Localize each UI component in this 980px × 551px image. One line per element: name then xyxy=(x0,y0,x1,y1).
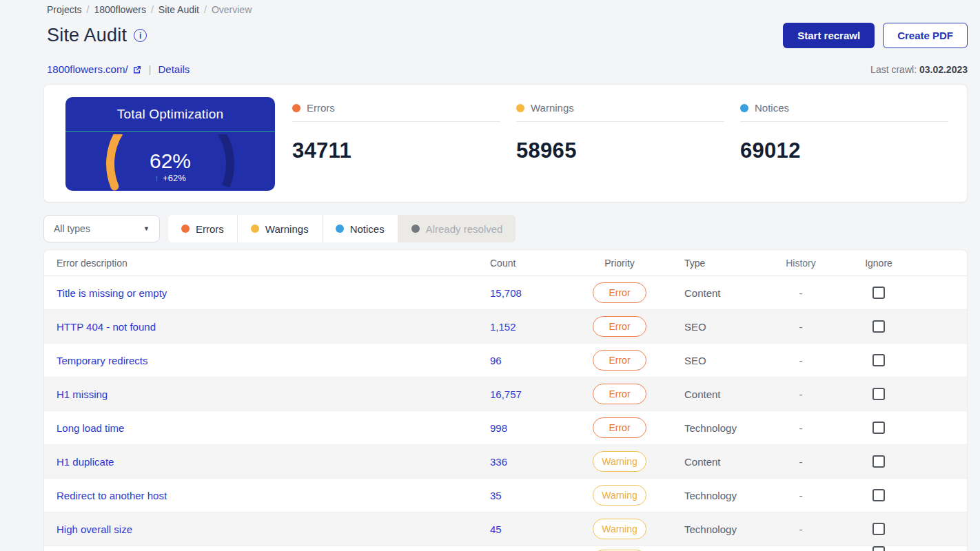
subheader-row: 1800flowers.com/ | Details Last crawl: 0… xyxy=(43,63,968,75)
column-header-priority: Priority xyxy=(564,258,675,269)
total-optimization-gauge: Total Optimization 62% ↑ +62% xyxy=(65,97,275,191)
breadcrumb-item[interactable]: Projects xyxy=(47,4,82,15)
tab-warnings[interactable]: Warnings xyxy=(238,215,323,242)
priority-badge: Error xyxy=(593,384,646,404)
breadcrumb-current: Overview xyxy=(212,4,252,15)
error-description-link[interactable]: Title is missing or empty xyxy=(57,287,167,299)
tab-dot-icon xyxy=(411,225,420,233)
tab-already-resolved[interactable]: Already resolved xyxy=(398,215,516,242)
type-cell: Technology xyxy=(675,490,757,501)
column-header-ignore: Ignore xyxy=(844,258,913,269)
type-cell: Technology xyxy=(675,523,757,535)
table-row: High overall size45WarningTechnology- xyxy=(44,512,967,546)
tab-errors[interactable]: Errors xyxy=(168,215,238,242)
gauge-delta-value: +62% xyxy=(163,173,186,183)
summary-card: Total Optimization 62% ↑ +62% Errors3471… xyxy=(43,84,968,202)
ignore-checkbox[interactable] xyxy=(872,546,885,551)
count-link[interactable]: 998 xyxy=(490,422,507,434)
external-link-icon xyxy=(132,65,142,74)
table-row: Redirect to another host35WarningTechnol… xyxy=(44,479,967,512)
stat-label: Errors xyxy=(307,102,335,114)
caret-down-icon: ▼ xyxy=(143,225,150,232)
filter-row: All types ▼ ErrorsWarningsNoticesAlready… xyxy=(43,215,968,242)
count-link[interactable]: 45 xyxy=(490,523,502,535)
history-cell: - xyxy=(757,287,844,299)
error-description-link[interactable]: High overall size xyxy=(57,523,132,535)
history-cell: - xyxy=(757,523,844,535)
type-filter-select[interactable]: All types ▼ xyxy=(43,215,160,242)
priority-badge: Warning xyxy=(593,519,646,539)
ignore-checkbox[interactable] xyxy=(872,489,885,501)
column-header-description: Error description xyxy=(44,258,478,269)
stat-warnings: Warnings58965 xyxy=(516,102,724,202)
breadcrumb-item[interactable]: Site Audit xyxy=(159,4,199,15)
history-cell: - xyxy=(757,456,844,468)
title-row: Site Audit i Start recrawl Create PDF xyxy=(43,23,968,48)
count-link[interactable]: 15,708 xyxy=(490,287,522,299)
count-link[interactable]: 336 xyxy=(490,456,507,468)
tab-dot-icon xyxy=(251,225,259,233)
ignore-checkbox[interactable] xyxy=(872,287,885,299)
type-cell: Content xyxy=(675,287,757,299)
column-header-history: History xyxy=(757,258,844,269)
count-link[interactable]: 16,757 xyxy=(490,388,522,400)
error-description-link[interactable]: H1 missing xyxy=(57,388,108,400)
ignore-checkbox[interactable] xyxy=(872,422,885,434)
ignore-checkbox[interactable] xyxy=(872,388,885,400)
type-filter-value: All types xyxy=(54,223,90,234)
error-description-link[interactable]: H1 duplicate xyxy=(57,456,114,468)
create-pdf-button[interactable]: Create PDF xyxy=(883,23,968,48)
errors-dot-icon xyxy=(292,104,300,112)
stat-errors: Errors34711 xyxy=(292,102,500,202)
type-cell: Technology xyxy=(675,422,757,434)
subheader-separator: | xyxy=(149,63,152,75)
stat-divider xyxy=(292,121,500,122)
column-header-count: Count xyxy=(478,258,564,269)
history-cell: - xyxy=(757,321,844,333)
count-link[interactable]: 1,152 xyxy=(490,321,516,333)
table-row: Temporary redirects96ErrorSEO- xyxy=(44,344,967,377)
domain-text: 1800flowers.com/ xyxy=(47,63,128,75)
breadcrumb-item[interactable]: 1800flowers xyxy=(94,4,146,15)
error-description-link[interactable]: Temporary redirects xyxy=(57,355,148,366)
tab-notices[interactable]: Notices xyxy=(323,215,398,242)
error-description-link[interactable]: Redirect to another host xyxy=(57,490,167,501)
details-link[interactable]: Details xyxy=(158,63,190,75)
tab-label: Already resolved xyxy=(426,223,503,235)
info-icon[interactable]: i xyxy=(134,29,147,42)
tab-label: Errors xyxy=(196,223,224,235)
last-crawl-date: 03.02.2023 xyxy=(919,64,968,75)
gauge-value: 62% xyxy=(65,149,275,173)
tab-dot-icon xyxy=(336,225,344,233)
table-row: Long load time998ErrorTechnology- xyxy=(44,411,967,445)
stat-divider xyxy=(516,121,724,122)
stat-value: 34711 xyxy=(292,138,500,163)
stat-notices: Notices69012 xyxy=(740,102,948,202)
table-row xyxy=(44,546,967,551)
error-description-link[interactable]: Long load time xyxy=(57,422,124,434)
priority-badge: Warning xyxy=(593,451,646,472)
ignore-checkbox[interactable] xyxy=(872,354,885,366)
count-link[interactable]: 96 xyxy=(490,355,502,366)
table-body: Title is missing or empty15,708ErrorCont… xyxy=(44,276,967,551)
ignore-checkbox[interactable] xyxy=(872,320,885,333)
type-cell: SEO xyxy=(675,321,757,333)
priority-badge: Error xyxy=(593,417,646,438)
table-row: H1 duplicate336WarningContent- xyxy=(44,445,967,479)
domain-link[interactable]: 1800flowers.com/ xyxy=(47,63,142,75)
start-recrawl-button[interactable]: Start recrawl xyxy=(783,23,875,48)
last-crawl-label: Last crawl: xyxy=(870,64,917,75)
stat-label: Notices xyxy=(755,102,789,114)
history-cell: - xyxy=(757,422,844,434)
type-cell: SEO xyxy=(675,355,757,366)
stat-value: 58965 xyxy=(516,138,724,163)
page-title: Site Audit xyxy=(47,25,127,46)
ignore-checkbox[interactable] xyxy=(872,523,885,535)
warnings-dot-icon xyxy=(516,104,524,112)
error-description-link[interactable]: HTTP 404 - not found xyxy=(57,321,156,333)
stat-value: 69012 xyxy=(740,138,948,163)
priority-badge: Error xyxy=(593,350,646,371)
tab-label: Warnings xyxy=(265,223,309,235)
ignore-checkbox[interactable] xyxy=(872,455,885,468)
count-link[interactable]: 35 xyxy=(490,490,502,501)
